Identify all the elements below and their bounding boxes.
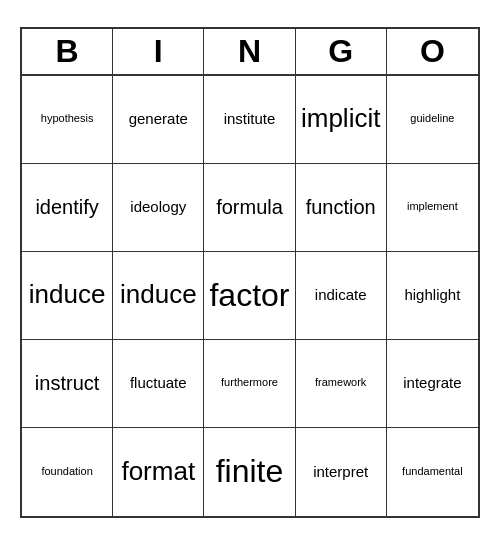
- cell-text: foundation: [41, 465, 92, 478]
- cell-text: function: [306, 195, 376, 219]
- bingo-header: BINGO: [22, 29, 478, 76]
- bingo-cell: factor: [204, 252, 295, 340]
- cell-text: integrate: [403, 374, 461, 392]
- bingo-cell: highlight: [387, 252, 478, 340]
- cell-text: highlight: [404, 286, 460, 304]
- cell-text: factor: [209, 276, 289, 314]
- bingo-cell: instruct: [22, 340, 113, 428]
- bingo-cell: framework: [296, 340, 387, 428]
- bingo-cell: identify: [22, 164, 113, 252]
- bingo-cell: generate: [113, 76, 204, 164]
- cell-text: fluctuate: [130, 374, 187, 392]
- bingo-grid: hypothesisgenerateinstituteimplicitguide…: [22, 76, 478, 516]
- cell-text: implement: [407, 200, 458, 213]
- cell-text: ideology: [130, 198, 186, 216]
- cell-text: interpret: [313, 463, 368, 481]
- bingo-cell: institute: [204, 76, 295, 164]
- cell-text: implicit: [301, 103, 380, 134]
- cell-text: formula: [216, 195, 283, 219]
- bingo-card: BINGO hypothesisgenerateinstituteimplici…: [20, 27, 480, 518]
- bingo-cell: implicit: [296, 76, 387, 164]
- header-letter: G: [296, 29, 387, 74]
- bingo-cell: furthermore: [204, 340, 295, 428]
- cell-text: generate: [129, 110, 188, 128]
- bingo-cell: induce: [113, 252, 204, 340]
- bingo-cell: function: [296, 164, 387, 252]
- bingo-cell: fluctuate: [113, 340, 204, 428]
- header-letter: O: [387, 29, 478, 74]
- cell-text: induce: [29, 279, 106, 310]
- cell-text: format: [121, 456, 195, 487]
- bingo-cell: guideline: [387, 76, 478, 164]
- bingo-cell: induce: [22, 252, 113, 340]
- bingo-cell: interpret: [296, 428, 387, 516]
- cell-text: identify: [35, 195, 98, 219]
- cell-text: institute: [224, 110, 276, 128]
- header-letter: I: [113, 29, 204, 74]
- bingo-cell: finite: [204, 428, 295, 516]
- bingo-cell: foundation: [22, 428, 113, 516]
- cell-text: induce: [120, 279, 197, 310]
- bingo-cell: hypothesis: [22, 76, 113, 164]
- bingo-cell: format: [113, 428, 204, 516]
- cell-text: guideline: [410, 112, 454, 125]
- bingo-cell: indicate: [296, 252, 387, 340]
- cell-text: instruct: [35, 371, 99, 395]
- cell-text: fundamental: [402, 465, 463, 478]
- bingo-cell: fundamental: [387, 428, 478, 516]
- cell-text: framework: [315, 376, 366, 389]
- cell-text: indicate: [315, 286, 367, 304]
- header-letter: N: [204, 29, 295, 74]
- cell-text: finite: [216, 452, 284, 490]
- bingo-cell: integrate: [387, 340, 478, 428]
- bingo-cell: implement: [387, 164, 478, 252]
- cell-text: furthermore: [221, 376, 278, 389]
- cell-text: hypothesis: [41, 112, 94, 125]
- header-letter: B: [22, 29, 113, 74]
- bingo-cell: formula: [204, 164, 295, 252]
- bingo-cell: ideology: [113, 164, 204, 252]
